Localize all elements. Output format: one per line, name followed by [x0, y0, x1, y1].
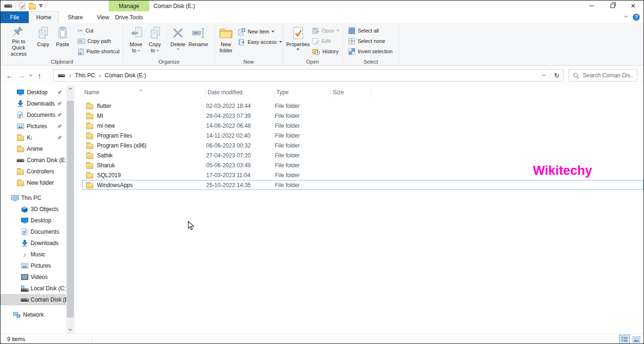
- properties-button[interactable]: Properties: [286, 25, 310, 57]
- sidebar-scrollbar[interactable]: [66, 85, 74, 334]
- pin-icon: [57, 135, 62, 140]
- sidebar-item-pictures[interactable]: Pictures: [0, 121, 66, 132]
- sidebar-item-downloads[interactable]: Downloads: [0, 98, 66, 109]
- back-button[interactable]: ←: [6, 72, 13, 80]
- column-header-size[interactable]: Size: [331, 87, 371, 98]
- breadcrumb-coman-disk[interactable]: Coman Disk (E:): [105, 72, 146, 79]
- properties-check-icon[interactable]: [19, 2, 25, 9]
- sidebar-item-pictures-pc[interactable]: Pictures: [0, 260, 66, 271]
- minimize-button[interactable]: [581, 0, 602, 11]
- scroll-up-button[interactable]: [66, 85, 74, 93]
- sidebar-item-controllers[interactable]: Controllers: [0, 166, 66, 177]
- easy-access-button[interactable]: Easy access: [236, 37, 284, 47]
- forward-button[interactable]: →: [18, 72, 25, 80]
- search-input[interactable]: [583, 72, 633, 79]
- copy-to-icon: [149, 25, 161, 41]
- rename-button[interactable]: Rename: [187, 25, 209, 57]
- copy-path-button[interactable]: W.. Copy path: [76, 36, 121, 46]
- sidebar-item-coman-disk-pc[interactable]: Coman Disk (E:): [0, 294, 66, 305]
- select-all-button[interactable]: Select all: [346, 25, 394, 36]
- sidebar-item-videos[interactable]: Videos: [0, 271, 66, 283]
- file-row-sathik[interactable]: Sathik 27-04-2023 07:20 File folder: [82, 150, 644, 160]
- new-folder-icon[interactable]: [29, 4, 36, 9]
- sidebar-item-coman-disk[interactable]: Coman Disk (E:): [0, 155, 66, 166]
- sidebar-item-network[interactable]: Network: [0, 309, 66, 320]
- column-header-date-modified[interactable]: Date modified: [206, 87, 274, 98]
- scroll-down-button[interactable]: [66, 326, 74, 334]
- delete-button[interactable]: Delete: [169, 25, 187, 57]
- dropdown-caret: [337, 30, 339, 32]
- properties-icon: [292, 25, 304, 41]
- folder-icon: [16, 180, 24, 186]
- pin-to-quick-access-button[interactable]: Pin to Quick access: [3, 25, 34, 57]
- sidebar-item-3d-objects[interactable]: 3D Objects: [0, 204, 66, 215]
- collapse-ribbon-icon[interactable]: [624, 16, 628, 19]
- breadcrumb-separator: ›: [99, 72, 101, 79]
- sidebar-item-desktop-pc[interactable]: Desktop: [0, 215, 66, 226]
- column-header-name[interactable]: Name: [82, 87, 206, 98]
- scrollbar-thumb[interactable]: [67, 101, 74, 318]
- file-row-mi-new[interactable]: mi new 14-06-2022 06:48 File folder: [82, 121, 644, 131]
- cut-button[interactable]: ✂ Cut: [76, 25, 121, 36]
- breadcrumb-this-pc[interactable]: This PC: [75, 72, 95, 79]
- sidebar-item-local-disk-c[interactable]: Local Disk (C:): [0, 283, 66, 294]
- restore-button[interactable]: [602, 0, 623, 11]
- group-label-organize: Organize: [124, 59, 214, 65]
- music-icon: ♪: [20, 251, 29, 258]
- folder-icon: [16, 146, 24, 152]
- recent-locations-icon[interactable]: [29, 73, 32, 76]
- file-row-windowsapps[interactable]: WindowsApps 25-10-2022 14:35 File folder: [82, 180, 644, 190]
- separator: [46, 3, 46, 9]
- desktop-icon: [16, 90, 24, 96]
- group-label-open: Open: [283, 59, 342, 65]
- search-box[interactable]: [569, 69, 637, 82]
- address-dropdown-button[interactable]: [538, 70, 550, 81]
- group-label-select: Select: [343, 59, 399, 65]
- tab-drive-tools[interactable]: Drive Tools: [109, 11, 149, 23]
- large-icons-view-button[interactable]: [631, 335, 642, 344]
- sidebar-item-new-folder[interactable]: New folder: [0, 177, 66, 188]
- sort-ascending-icon: [140, 86, 142, 94]
- address-bar[interactable]: › This PC › Coman Disk (E:) ↻: [53, 69, 564, 82]
- sidebar-item-downloads-pc[interactable]: Downloads: [0, 238, 66, 249]
- tab-home[interactable]: Home: [29, 11, 59, 23]
- close-button[interactable]: ×: [623, 0, 644, 11]
- help-icon[interactable]: ?: [633, 14, 640, 21]
- file-row-flutter[interactable]: flutter 02-03-2022 18:44 File folder: [82, 101, 644, 111]
- file-row-mi[interactable]: MI 28-04-2023 07:39 File folder: [82, 111, 644, 121]
- new-folder-button[interactable]: New folder: [217, 25, 234, 57]
- ribbon-group-select: Select all Select none Invert selection: [343, 23, 399, 65]
- details-view-button[interactable]: [619, 335, 630, 344]
- sidebar-item-anime[interactable]: Anime: [0, 143, 66, 155]
- invert-selection-button[interactable]: Invert selection: [346, 46, 394, 57]
- new-item-button[interactable]: New item: [236, 26, 284, 37]
- file-row-program-files[interactable]: Program Files 14-11-2022 02:40 File fold…: [82, 131, 644, 140]
- column-header-type[interactable]: Type: [274, 87, 331, 98]
- delete-icon: [172, 25, 184, 41]
- sidebar-item-documents-pc[interactable]: Documents: [0, 226, 66, 238]
- paste-shortcut-icon: [78, 48, 84, 55]
- sidebar-item-documents[interactable]: Documents: [0, 109, 66, 121]
- move-to-button[interactable]: Move to: [127, 25, 145, 57]
- drive-icon: [58, 74, 65, 77]
- sidebar-item-music[interactable]: ♪ Music: [0, 249, 66, 260]
- paste-button[interactable]: Paste: [52, 25, 72, 57]
- select-none-button[interactable]: Select none: [346, 36, 394, 46]
- copy-to-button[interactable]: Copy to: [145, 25, 164, 57]
- history-button[interactable]: History: [310, 46, 341, 57]
- history-icon: [312, 48, 320, 55]
- tab-share[interactable]: Share: [61, 11, 90, 23]
- ribbon-tab-row: File Home Share View Drive Tools ?: [0, 11, 644, 23]
- tab-file[interactable]: File: [0, 11, 29, 23]
- copy-button[interactable]: Copy: [34, 25, 52, 57]
- dropdown-caret: [279, 41, 282, 43]
- refresh-button[interactable]: ↻: [550, 70, 563, 81]
- sidebar-item-this-pc[interactable]: This PC: [0, 192, 66, 204]
- customize-toolbar-icon[interactable]: [39, 4, 42, 8]
- status-bar: 9 items: [0, 334, 644, 344]
- sidebar-item-desktop[interactable]: Desktop: [0, 87, 66, 98]
- up-button[interactable]: ↑: [38, 72, 41, 80]
- sidebar-item-kaashiv-proje[interactable]: Kaashiv_Proje: [0, 132, 66, 143]
- paste-shortcut-button[interactable]: Paste shortcut: [76, 46, 121, 57]
- file-row-program-files-x86[interactable]: Program Files (x86) 06-06-2023 00:32 Fil…: [82, 140, 644, 150]
